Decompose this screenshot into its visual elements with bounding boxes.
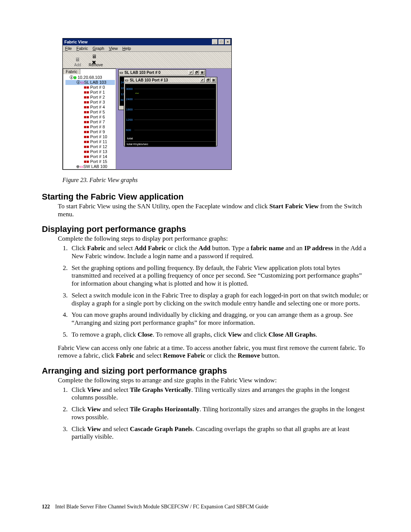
tree-port[interactable]: ◼◼Port # 15 bbox=[65, 159, 115, 164]
tree-port[interactable]: ◼◼Port # 4 bbox=[65, 105, 115, 110]
tree-port[interactable]: ◼◼Port # 8 bbox=[65, 125, 115, 129]
y-tick: 3000 bbox=[126, 87, 133, 91]
fabric-view-window: Fabric View _ □ × File Fabric Graph View… bbox=[62, 38, 232, 170]
step-item: Set the graphing options and polling fre… bbox=[69, 264, 369, 288]
tree-switch-selected[interactable]: 🛈 ▭ SL LAB 103 bbox=[65, 80, 115, 85]
menu-file[interactable]: File bbox=[65, 46, 72, 51]
ordered-steps: Click View and select Tile Graphs Vertic… bbox=[58, 386, 369, 441]
section-intro: Complete the following steps to arrange … bbox=[58, 377, 369, 385]
step-item: Click View and select Cascade Graph Pane… bbox=[69, 425, 369, 441]
menu-help[interactable]: Help bbox=[123, 46, 131, 51]
menu-fabric[interactable]: Fabric bbox=[76, 46, 88, 51]
tree-port[interactable]: ◼◼Port # 0 bbox=[65, 85, 115, 90]
close-icon[interactable]: ⊠ bbox=[200, 70, 205, 75]
tree-root[interactable]: 🛈 10.20.68.103 bbox=[65, 75, 115, 80]
iconify-icon[interactable]: ⤢ bbox=[200, 78, 205, 82]
tree-port[interactable]: ◼◼Port # 5 bbox=[65, 110, 115, 115]
graph-canvas: ▭ SL LAB 103 Port # 0 ⤢ 🗗 ⊠ 24018012060 … bbox=[116, 69, 231, 169]
maximize-icon[interactable]: 🗗 bbox=[194, 70, 199, 75]
doc-icon: ▭ bbox=[125, 78, 128, 82]
menu-graph[interactable]: Graph bbox=[92, 46, 104, 51]
tree-switch[interactable]: ▭ sw12 bbox=[65, 169, 115, 169]
tree-tab[interactable]: Fabric bbox=[63, 69, 80, 74]
menubar: File Fabric Graph View Help bbox=[63, 45, 231, 52]
tree-port[interactable]: ◼◼Port # 9 bbox=[65, 129, 115, 134]
tree-port[interactable]: ◼◼Port # 12 bbox=[65, 144, 115, 149]
tree-port[interactable]: ◼◼Port # 10 bbox=[65, 134, 115, 139]
add-label: Add bbox=[74, 63, 81, 67]
remove-button[interactable]: 🖥✖ Remove bbox=[89, 56, 103, 67]
fabric-tree[interactable]: Fabric 🛈 10.20.68.103 🛈 ▭ SL LAB 103 ◼◼P… bbox=[63, 69, 116, 169]
window-titlebar[interactable]: Fabric View _ □ × bbox=[63, 38, 231, 45]
step-item: Click View and select Tile Graphs Vertic… bbox=[69, 386, 369, 402]
graph-title: SL LAB 103 Port # 0 bbox=[123, 70, 188, 75]
add-button[interactable]: 🖥 Add bbox=[73, 56, 82, 67]
tree-port[interactable]: ◼◼Port # 11 bbox=[65, 139, 115, 144]
remove-fabric-icon: 🖥✖ bbox=[92, 56, 100, 63]
maximize-icon[interactable]: 🗗 bbox=[206, 78, 210, 82]
y-tick: 1800 bbox=[126, 108, 133, 111]
ordered-steps: Click Fabric and select Add Fabric or cl… bbox=[58, 244, 369, 339]
tree-port[interactable]: ◼◼Port # 3 bbox=[65, 100, 115, 105]
close-icon[interactable]: × bbox=[225, 39, 231, 45]
tree-port[interactable]: ◼◼Port # 13 bbox=[65, 149, 115, 154]
toolbar: 🖥 Add 🖥✖ Remove bbox=[63, 52, 231, 69]
add-fabric-icon: 🖥 bbox=[73, 56, 82, 63]
close-icon[interactable]: ⊠ bbox=[211, 78, 216, 82]
tree-port[interactable]: ◼◼Port # 2 bbox=[65, 95, 115, 100]
series-legend: total bbox=[126, 136, 134, 141]
y-tick: 2400 bbox=[126, 97, 133, 101]
remove-label: Remove bbox=[89, 63, 103, 67]
section-paragraph: To start Fabric View using the SAN Utili… bbox=[58, 203, 369, 218]
tree-port[interactable]: ◼◼Port # 14 bbox=[65, 154, 115, 159]
tree-port[interactable]: ◼◼Port # 1 bbox=[65, 90, 115, 95]
window-title: Fabric View bbox=[64, 40, 212, 44]
y-tick: 600 bbox=[126, 128, 131, 132]
section-heading: Arranging and sizing port performance gr… bbox=[42, 366, 369, 376]
tree-port[interactable]: ◼◼Port # 6 bbox=[65, 115, 115, 120]
section-intro: Complete the following steps to display … bbox=[58, 235, 369, 243]
tree-switch[interactable]: ⊕ ▭ SW LAB 100 bbox=[65, 164, 115, 169]
section-paragraph: Fabric View can access only one fabric a… bbox=[58, 344, 369, 360]
section-heading: Starting the Fabric View application bbox=[42, 192, 369, 202]
figure-caption: Figure 23. Fabric View graphs bbox=[62, 177, 369, 184]
maximize-icon[interactable]: □ bbox=[218, 39, 224, 45]
section-heading: Displaying port performance graphs bbox=[42, 224, 369, 234]
step-item: To remove a graph, click Close. To remov… bbox=[69, 331, 369, 339]
step-item: Click Fabric and select Add Fabric or cl… bbox=[69, 244, 369, 260]
minimize-icon[interactable]: _ bbox=[212, 39, 218, 45]
graph-title: SL LAB 103 Port # 13 bbox=[128, 78, 200, 82]
step-item: Select a switch module icon in the Fabri… bbox=[69, 292, 369, 307]
y-tick: 1200 bbox=[126, 118, 133, 121]
doc-icon: ▭ bbox=[119, 70, 123, 75]
page-footer: 122 Intel Blade Server Fibre Channel Swi… bbox=[42, 504, 268, 510]
step-item: Click View and select Tile Graphs Horizo… bbox=[69, 406, 369, 421]
chart-footer: total Kbytes/sec bbox=[125, 142, 216, 147]
tree-port[interactable]: ◼◼Port # 7 bbox=[65, 120, 115, 125]
iconify-icon[interactable]: ⤢ bbox=[188, 70, 193, 75]
step-item: You can move graphs around individually … bbox=[69, 311, 369, 327]
page-number: 122 bbox=[42, 504, 50, 510]
series-trace: ⁓ bbox=[135, 91, 139, 95]
port-graph-window[interactable]: ▭ SL LAB 103 Port # 13 ⤢ 🗗 ⊠ ⁓ total 300… bbox=[124, 77, 217, 146]
book-title: Intel Blade Server Fibre Channel Switch … bbox=[55, 504, 268, 510]
menu-view[interactable]: View bbox=[109, 46, 118, 51]
chart-area: ⁓ total 3000240018001200600 bbox=[125, 84, 216, 142]
